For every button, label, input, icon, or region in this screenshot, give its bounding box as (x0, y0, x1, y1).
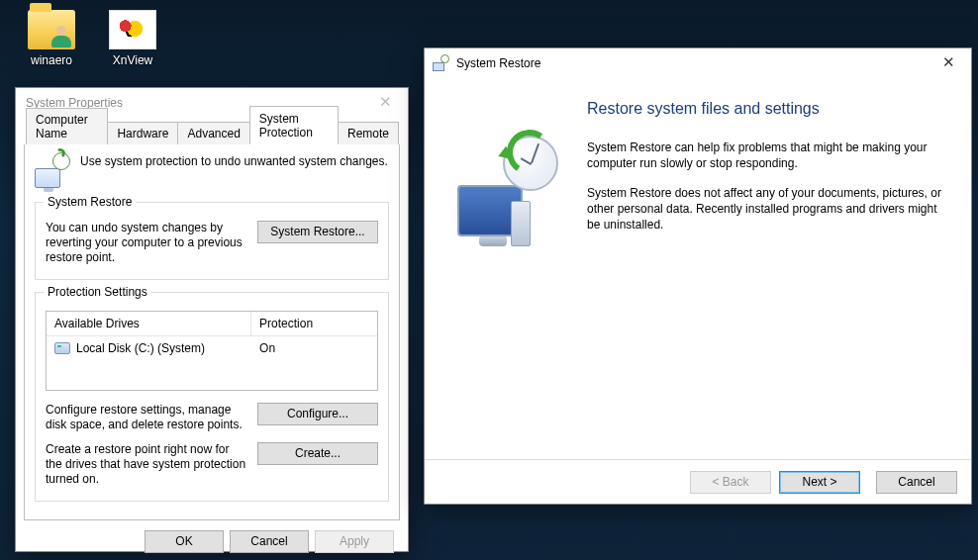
dialog-buttons: OK Cancel Apply (24, 520, 400, 553)
tabs: Computer Name Hardware Advanced System P… (26, 122, 398, 144)
desktop-icon-winaero[interactable]: winaero (14, 10, 89, 67)
cancel-button[interactable]: Cancel (230, 530, 309, 553)
titlebar[interactable]: System Restore ✕ (425, 48, 971, 78)
system-properties-window: System Properties ✕ Computer Name Hardwa… (15, 87, 409, 552)
desktop-icon-label: XnView (95, 53, 170, 67)
drive-protection-status: On (251, 339, 377, 357)
column-header-protection[interactable]: Protection (251, 312, 377, 335)
configure-button[interactable]: Configure... (257, 403, 378, 425)
restore-text: You can undo system changes by reverting… (46, 221, 244, 265)
desktop-icon-label: winaero (14, 53, 89, 67)
tab-computer-name[interactable]: Computer Name (26, 108, 108, 144)
apply-button[interactable]: Apply (315, 530, 394, 553)
wizard-graphic-pane (425, 78, 587, 459)
group-legend: Protection Settings (44, 285, 151, 299)
column-header-drives[interactable]: Available Drives (47, 312, 251, 335)
desktop-icon-xnview[interactable]: XnView (95, 10, 170, 67)
wizard-footer: < Back Next > Cancel (425, 459, 971, 504)
close-button[interactable]: ✕ (926, 48, 971, 78)
group-legend: System Restore (44, 195, 136, 209)
back-button[interactable]: < Back (690, 471, 771, 494)
tab-page-system-protection: Use system protection to undo unwanted s… (24, 144, 400, 520)
restore-graphic-icon (451, 136, 560, 244)
drive-name: Local Disk (C:) (System) (76, 341, 205, 355)
tab-advanced[interactable]: Advanced (177, 122, 249, 144)
configure-text: Configure restore settings, manage disk … (46, 403, 247, 432)
ok-button[interactable]: OK (145, 530, 224, 553)
tab-remote[interactable]: Remote (338, 122, 399, 144)
create-button[interactable]: Create... (257, 442, 378, 465)
window-title: System Restore (454, 56, 926, 70)
drive-row[interactable]: Local Disk (C:) (System) On (47, 336, 377, 360)
system-restore-window: System Restore ✕ Restore system files an… (424, 47, 972, 505)
wizard-paragraph: System Restore can help fix problems tha… (587, 140, 945, 171)
system-restore-group: System Restore You can undo system chang… (35, 202, 389, 280)
drive-icon (54, 342, 70, 354)
intro-text: Use system protection to undo unwanted s… (80, 154, 388, 168)
folder-icon (28, 10, 75, 49)
xnview-icon (109, 10, 156, 49)
system-restore-icon (433, 55, 448, 71)
system-restore-button[interactable]: System Restore... (257, 221, 378, 243)
tab-system-protection[interactable]: System Protection (249, 106, 339, 144)
drives-list[interactable]: Available Drives Protection Local Disk (… (46, 311, 378, 391)
protection-settings-group: Protection Settings Available Drives Pro… (35, 292, 389, 502)
wizard-heading: Restore system files and settings (587, 100, 945, 118)
drives-header: Available Drives Protection (47, 312, 377, 336)
tab-hardware[interactable]: Hardware (107, 122, 178, 144)
wizard-paragraph: System Restore does not affect any of yo… (587, 185, 945, 233)
next-button[interactable]: Next > (779, 471, 860, 494)
cancel-button[interactable]: Cancel (876, 471, 957, 494)
close-button[interactable]: ✕ (362, 88, 408, 118)
system-protection-icon (35, 154, 68, 188)
create-text: Create a restore point right now for the… (46, 442, 247, 487)
